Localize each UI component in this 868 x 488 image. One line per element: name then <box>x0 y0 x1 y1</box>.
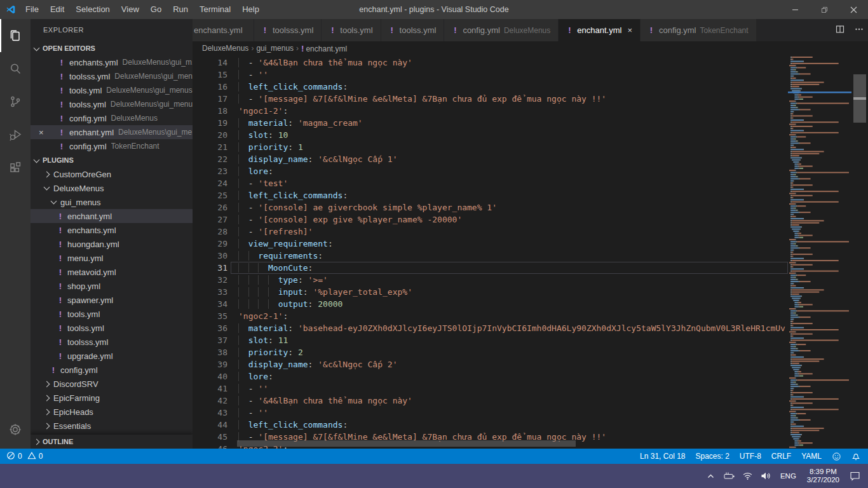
menu-selection[interactable]: Selection <box>70 0 115 19</box>
editor-surface[interactable]: 14 - '&4&lBạn chưa thể mua ngọc này'15 -… <box>193 55 868 449</box>
activity-run-debug-icon[interactable] <box>0 118 31 151</box>
chevron-up-icon[interactable] <box>704 468 718 484</box>
indentation-status[interactable]: Spaces: 2 <box>695 452 729 461</box>
menu-file[interactable]: File <box>20 0 44 19</box>
tree-item-discordsrv[interactable]: DiscordSRV <box>31 377 193 391</box>
volume-icon[interactable] <box>759 468 773 484</box>
open-editor-item[interactable]: ×!enchant.ymlDeluxeMenus\gui_me... <box>31 125 193 139</box>
taskbar-clock[interactable]: 8:39 PM 3/27/2020 <box>803 468 843 484</box>
tab-config.yml[interactable]: !config.ymlTokenEnchant <box>641 19 757 41</box>
tab-toolss.yml[interactable]: !toolss.yml <box>381 19 445 41</box>
notifications-bell-icon[interactable] <box>851 452 860 461</box>
tree-item-enchants.yml[interactable]: !enchants.yml <box>31 223 193 237</box>
breadcrumb-item-gui_menus[interactable]: gui_menus <box>256 44 294 53</box>
minimize-button[interactable] <box>780 0 810 19</box>
open-editors-header[interactable]: OPEN EDITORS <box>31 41 193 55</box>
tab-enchant.yml[interactable]: !enchant.yml× <box>559 19 641 41</box>
tree-item-upgrade.yml[interactable]: !upgrade.yml <box>31 349 193 363</box>
breadcrumb-item-enchant.yml[interactable]: !enchant.yml <box>301 44 347 53</box>
open-editor-item[interactable]: !toolss.ymlDeluxeMenus\gui_menus <box>31 97 193 111</box>
close-icon[interactable]: × <box>39 125 44 139</box>
menu-run[interactable]: Run <box>167 0 194 19</box>
menu-view[interactable]: View <box>116 0 145 19</box>
yaml-file-icon: ! <box>48 365 58 375</box>
vertical-scrollbar[interactable] <box>851 55 868 449</box>
code-line: 43 - '' <box>193 407 788 419</box>
encoding-status[interactable]: UTF-8 <box>740 452 761 461</box>
yaml-file-icon: ! <box>57 142 66 151</box>
tree-item-shop.yml[interactable]: !shop.yml <box>31 279 193 293</box>
plugins-header[interactable]: PLUGINS <box>31 153 193 167</box>
tree-item-label: enchant.yml <box>67 212 112 221</box>
tab-config.yml[interactable]: !config.ymlDeluxeMenus <box>444 19 559 41</box>
tab-detail: TokenEnchant <box>700 26 749 35</box>
tree-item-tools.yml[interactable]: !tools.yml <box>31 307 193 321</box>
menu-terminal[interactable]: Terminal <box>194 0 236 19</box>
open-editor-item[interactable]: !tools.ymlDeluxeMenus\gui_menus <box>31 83 193 97</box>
open-editor-item[interactable]: !toolsss.ymlDeluxeMenus\gui_menus <box>31 69 193 83</box>
tree-item-label: huongdan.yml <box>67 240 119 249</box>
activity-source-control-icon[interactable] <box>0 85 31 118</box>
tree-item-config.yml[interactable]: !config.yml <box>31 363 193 377</box>
input-language-indicator[interactable]: ENG <box>778 472 799 480</box>
cursor-position-status[interactable]: Ln 31, Col 18 <box>640 452 685 461</box>
open-editor-item[interactable]: !config.ymlTokenEnchant <box>31 139 193 153</box>
line-number: 31 <box>193 262 238 274</box>
vscode-logo-icon[interactable] <box>6 4 16 15</box>
action-center-icon[interactable] <box>848 468 862 484</box>
menu-edit[interactable]: Edit <box>44 0 70 19</box>
feedback-smiley-icon[interactable] <box>832 452 841 461</box>
activity-files-icon[interactable] <box>0 19 31 52</box>
open-editor-path: DeluxeMenus\gui_menus <box>114 72 193 81</box>
horizontal-scrollbar-thumb[interactable] <box>237 440 576 447</box>
battery-icon[interactable] <box>722 468 736 484</box>
line-content: - '&4&lBạn chưa thể mua ngọc này' <box>238 57 788 69</box>
menu-help[interactable]: Help <box>236 0 265 19</box>
activity-search-icon[interactable] <box>0 52 31 85</box>
tree-item-menu.yml[interactable]: !menu.yml <box>31 251 193 265</box>
yaml-file-icon: ! <box>55 281 65 291</box>
sidebar-title: EXPLORER <box>31 19 193 41</box>
line-content: 'ngoc2-1': <box>238 310 788 322</box>
activity-gear-icon[interactable] <box>0 413 31 446</box>
eol-status[interactable]: CRLF <box>771 452 791 461</box>
tree-item-huongdan.yml[interactable]: !huongdan.yml <box>31 237 193 251</box>
close-icon[interactable]: × <box>627 25 632 35</box>
tab-enchants.yml[interactable]: enchants.yml <box>193 19 254 41</box>
open-editor-filename: config.yml <box>69 142 107 151</box>
minimap[interactable] <box>788 55 851 449</box>
restore-button[interactable] <box>810 0 839 19</box>
tab-toolsss.yml[interactable]: !toolsss.yml <box>254 19 322 41</box>
tree-item-metavoid.yml[interactable]: !metavoid.yml <box>31 265 193 279</box>
menu-go[interactable]: Go <box>145 0 167 19</box>
tree-item-essentials[interactable]: Essentials <box>31 419 193 433</box>
wifi-icon[interactable] <box>741 468 755 484</box>
more-actions-icon[interactable] <box>854 24 864 37</box>
split-editor-icon[interactable] <box>835 24 845 37</box>
tree-item-enchant.yml[interactable]: !enchant.yml <box>31 209 193 223</box>
problems-status[interactable]: 0 0 <box>6 451 43 462</box>
tree-item-epicfarming[interactable]: EpicFarming <box>31 391 193 405</box>
tree-item-deluxemenus[interactable]: DeluxeMenus <box>31 181 193 195</box>
open-editor-item[interactable]: !enchants.ymlDeluxeMenus\gui_m... <box>31 55 193 69</box>
tree-item-spawner.yml[interactable]: !spawner.yml <box>31 293 193 307</box>
tree-item-label: upgrade.yml <box>67 351 113 361</box>
language-mode-status[interactable]: YAML <box>801 452 822 461</box>
line-number: 21 <box>193 141 238 153</box>
breadcrumb-item-deluxemenus[interactable]: DeluxeMenus <box>202 44 248 53</box>
tree-item-toolsss.yml[interactable]: !toolsss.yml <box>31 335 193 349</box>
activity-extensions-icon[interactable] <box>0 151 31 184</box>
close-button[interactable] <box>839 0 868 19</box>
open-editor-item[interactable]: !config.ymlDeluxeMenus <box>31 111 193 125</box>
menu-bar: FileEditSelectionViewGoRunTerminalHelp <box>20 0 265 19</box>
outline-header[interactable]: OUTLINE <box>31 435 193 449</box>
tab-tools.yml[interactable]: !tools.yml <box>322 19 381 41</box>
tree-item-gui_menus[interactable]: gui_menus <box>31 195 193 209</box>
yaml-file-icon: ! <box>55 212 65 221</box>
tree-item-customoregen[interactable]: CustomOreGen <box>31 167 193 181</box>
tree-item-epicheads[interactable]: EpicHeads <box>31 405 193 419</box>
tab-bar: enchants.yml!toolsss.yml!tools.yml!tools… <box>193 19 868 41</box>
title-bar: FileEditSelectionViewGoRunTerminalHelp e… <box>0 0 868 19</box>
tree-item-toolss.yml[interactable]: !toolss.yml <box>31 321 193 335</box>
chevron-right-icon <box>41 396 51 400</box>
